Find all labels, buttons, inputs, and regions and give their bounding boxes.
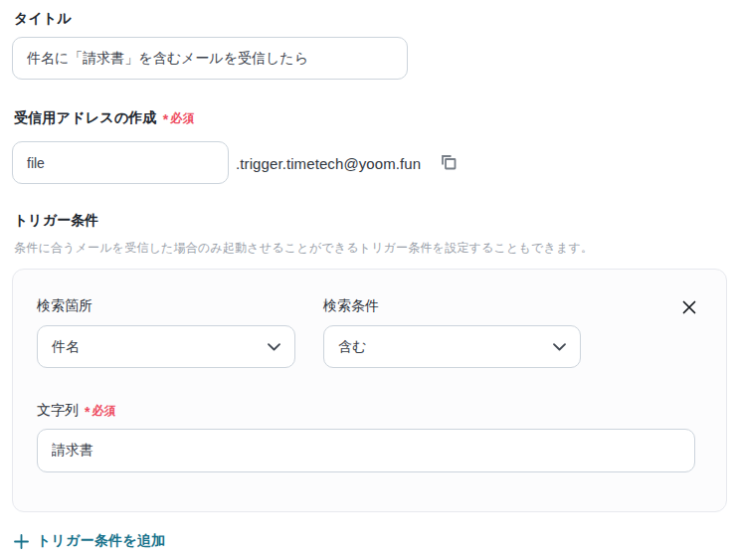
address-domain-suffix: .trigger.timetech@yoom.fun bbox=[236, 155, 421, 172]
required-badge: * 必須 bbox=[163, 110, 195, 127]
search-condition-label-text: 検索条件 bbox=[323, 297, 379, 315]
string-field-label: 文字列 * 必須 bbox=[37, 402, 115, 420]
search-location-label-text: 検索箇所 bbox=[37, 297, 92, 315]
trigger-condition-card: 検索箇所 検索条件 件名 含む bbox=[12, 269, 727, 512]
trigger-conditions-heading: トリガー条件 bbox=[14, 212, 98, 230]
required-asterisk: * bbox=[163, 112, 169, 126]
string-field-label-text: 文字列 bbox=[37, 402, 79, 420]
trigger-conditions-description: 条件に合うメールを受信した場合のみ起動させることができるトリガー条件を設定するこ… bbox=[14, 240, 730, 257]
search-condition-value: 含む bbox=[338, 338, 366, 356]
required-text: 必須 bbox=[92, 403, 115, 420]
string-value-input[interactable] bbox=[37, 429, 695, 472]
search-condition-select[interactable]: 含む bbox=[323, 325, 581, 368]
required-badge: * 必須 bbox=[85, 403, 115, 420]
required-text: 必須 bbox=[170, 110, 194, 127]
title-label: タイトル bbox=[14, 10, 72, 28]
required-asterisk: * bbox=[85, 405, 90, 419]
chevron-down-icon bbox=[268, 343, 280, 351]
search-location-label: 検索箇所 bbox=[37, 297, 92, 315]
title-label-text: タイトル bbox=[14, 10, 72, 28]
add-trigger-condition-link[interactable]: トリガー条件を追加 bbox=[14, 532, 165, 550]
search-location-value: 件名 bbox=[52, 338, 80, 356]
add-trigger-condition-label: トリガー条件を追加 bbox=[37, 532, 165, 550]
title-input[interactable] bbox=[12, 37, 408, 80]
search-condition-label: 検索条件 bbox=[323, 297, 379, 315]
search-location-select[interactable]: 件名 bbox=[37, 325, 295, 368]
copy-address-button[interactable] bbox=[439, 151, 461, 173]
chevron-down-icon bbox=[553, 343, 566, 351]
address-local-part-input[interactable] bbox=[12, 141, 229, 184]
remove-condition-button[interactable] bbox=[677, 295, 701, 319]
copy-icon bbox=[439, 152, 459, 172]
close-icon bbox=[681, 299, 697, 315]
address-label: 受信用アドレスの作成 * 必須 bbox=[14, 109, 195, 127]
address-label-text: 受信用アドレスの作成 bbox=[14, 109, 157, 127]
plus-icon bbox=[14, 534, 29, 549]
